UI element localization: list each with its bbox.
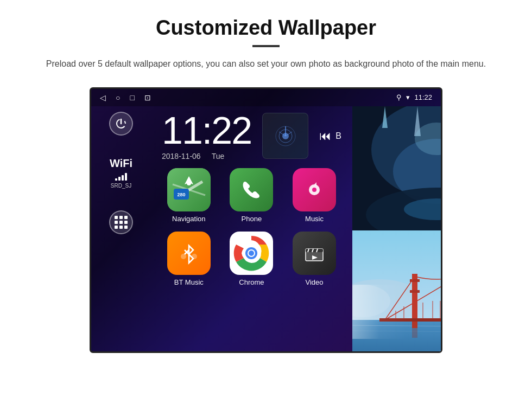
status-bar: ◁ ○ □ ⊡ ⚲ ▾ 11:22 [91,89,441,106]
apps-button[interactable] [109,210,133,234]
screen-content: WiFi SRD_SJ [91,106,441,353]
svg-rect-65 [352,285,407,339]
video-icon [293,232,336,275]
apps-dot [124,216,128,219]
apps-grid-icon [115,216,128,229]
location-icon: ⚲ [396,93,402,101]
apps-dot [119,221,123,224]
svg-point-13 [187,181,191,185]
track-label: B [335,131,341,141]
svg-rect-54 [410,290,420,293]
wifi-label: WiFi [110,157,132,170]
app-item-chrome[interactable]: Chrome [225,232,279,286]
phone-icon [230,168,273,211]
back-nav-icon[interactable]: ◁ [100,93,106,102]
svg-point-27 [249,251,254,256]
wallpaper-bridge[interactable]: CarSetting [352,230,442,353]
app-item-music[interactable]: Music [287,168,341,223]
apps-dot [115,226,118,229]
wallpaper-ice[interactable] [352,106,442,230]
power-button[interactable] [109,112,133,136]
svg-rect-66 [412,322,417,338]
wallpaper-ice-image [352,106,442,230]
screenshot-icon[interactable]: ⊡ [144,93,151,102]
chrome-icon [230,232,273,275]
app-item-phone[interactable]: Phone [225,168,279,223]
status-bar-left: ◁ ○ □ ⊡ [100,93,151,102]
media-widget [262,113,308,159]
navigation-icon: 280 [167,168,211,211]
app-label-video: Video [306,278,324,286]
wallpaper-bridge-image [352,230,442,353]
app-item-navigation[interactable]: 280 Navigation [162,168,216,223]
wifi-bar-4 [125,173,127,181]
app-item-bt-music[interactable]: BT Music [162,232,216,286]
page-subtitle: Preload over 5 default wallpaper options… [33,57,499,71]
svg-point-18 [312,188,316,192]
clock-time: 11:22 [162,112,251,150]
svg-point-22 [181,254,186,259]
media-controls: ⏮ B [319,129,341,143]
clock-date: 2018-11-06 Tue [162,152,251,160]
apps-dot [124,221,128,224]
sidebar: WiFi SRD_SJ [91,106,151,353]
svg-point-21 [192,254,197,259]
app-item-video[interactable]: Video [287,232,341,286]
app-label-chrome: Chrome [239,278,264,286]
apps-dot [119,226,123,229]
android-screen: ◁ ○ □ ⊡ ⚲ ▾ 11:22 [90,87,442,353]
svg-text:280: 280 [177,192,185,197]
wifi-signal-icon: ▾ [406,93,410,101]
wifi-bar-1 [115,178,117,181]
wifi-bars [115,172,127,181]
wifi-widget: WiFi SRD_SJ [110,157,132,189]
status-time: 11:22 [414,93,432,101]
recent-nav-icon[interactable]: □ [130,93,134,102]
clock-info: 11:22 2018-11-06 Tue [162,112,251,160]
clock-date-value: 2018-11-06 [162,152,201,160]
app-label-phone: Phone [242,215,262,223]
music-icon [293,168,336,211]
prev-track-button[interactable]: ⏮ [319,129,331,143]
clock-area: 11:22 2018-11-06 Tue [151,106,352,160]
clock-day-value: Tue [212,152,225,160]
app-label-music: Music [305,215,324,223]
wallpaper-panel: CarSetting [352,106,442,353]
device-container: ◁ ○ □ ⊡ ⚲ ▾ 11:22 [33,87,499,353]
app-grid: 280 Navigation Ph [151,160,352,294]
bt-music-icon [167,232,211,275]
home-nav-icon[interactable]: ○ [116,93,120,102]
app-label-bt-music: BT Music [174,278,204,286]
apps-dot [124,226,128,229]
apps-dot [115,221,118,224]
wifi-bar-3 [122,175,124,181]
page-title: Customized Wallpaper [33,16,499,40]
title-divider [252,45,280,47]
apps-dot [115,216,118,219]
wifi-ssid: SRD_SJ [111,183,131,189]
wifi-bar-2 [118,177,121,181]
app-label-navigation: Navigation [172,215,205,223]
main-content: 11:22 2018-11-06 Tue [151,106,352,353]
apps-dot [119,216,123,219]
status-bar-right: ⚲ ▾ 11:22 [396,93,432,101]
